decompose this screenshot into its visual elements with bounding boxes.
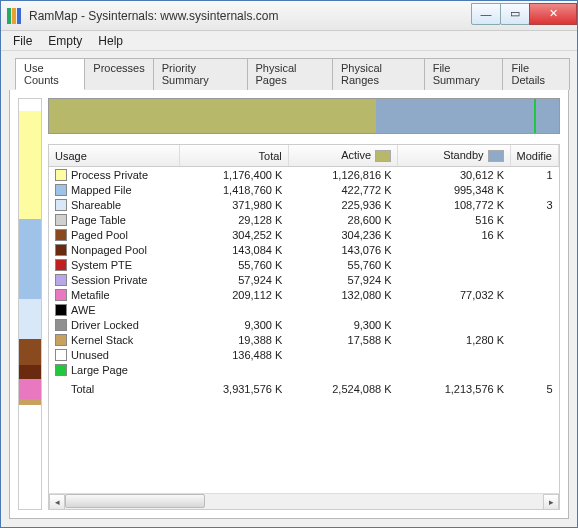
row-color-swatch bbox=[55, 364, 67, 376]
total-total: 3,931,576 K bbox=[179, 377, 288, 397]
usage-color-strip bbox=[18, 98, 42, 510]
bar-segment-other bbox=[536, 99, 559, 133]
cell-modified bbox=[510, 317, 558, 332]
cell-modified bbox=[510, 287, 558, 302]
cell-modified bbox=[510, 332, 558, 347]
standby-swatch-icon bbox=[488, 150, 504, 162]
strip-segment bbox=[19, 111, 41, 219]
cell-total: 209,112 K bbox=[179, 287, 288, 302]
tab-physical-pages[interactable]: Physical Pages bbox=[247, 58, 334, 90]
cell-total: 1,418,760 K bbox=[179, 182, 288, 197]
row-color-swatch bbox=[55, 349, 67, 361]
col-modified[interactable]: Modifie bbox=[510, 145, 558, 167]
table-row[interactable]: Paged Pool304,252 K304,236 K16 K bbox=[49, 227, 559, 242]
scroll-track[interactable] bbox=[65, 494, 543, 510]
cell-standby bbox=[398, 362, 510, 377]
scroll-thumb[interactable] bbox=[65, 494, 205, 508]
table-row[interactable]: Process Private1,176,400 K1,126,816 K30,… bbox=[49, 167, 559, 183]
table-row[interactable]: AWE bbox=[49, 302, 559, 317]
scroll-right-button[interactable]: ▸ bbox=[543, 494, 559, 510]
strip-segment bbox=[19, 339, 41, 365]
table-row[interactable]: Kernel Stack19,388 K17,588 K1,280 K bbox=[49, 332, 559, 347]
row-name: Paged Pool bbox=[71, 229, 128, 241]
row-color-swatch bbox=[55, 184, 67, 196]
tab-pane: Usage Total Active Standby Modifie Proce… bbox=[9, 90, 569, 519]
tab-file-details[interactable]: File Details bbox=[502, 58, 570, 90]
row-color-swatch bbox=[55, 244, 67, 256]
tab-priority-summary[interactable]: Priority Summary bbox=[153, 58, 248, 90]
scroll-left-button[interactable]: ◂ bbox=[49, 494, 65, 510]
menubar: File Empty Help bbox=[1, 31, 577, 51]
cell-active: 9,300 K bbox=[288, 317, 397, 332]
table-row[interactable]: Nonpaged Pool143,084 K143,076 K bbox=[49, 242, 559, 257]
cell-modified: 1 bbox=[510, 167, 558, 183]
table-row[interactable]: Session Private57,924 K57,924 K bbox=[49, 272, 559, 287]
cell-active: 55,760 K bbox=[288, 257, 397, 272]
menu-help[interactable]: Help bbox=[90, 32, 131, 50]
table-row[interactable]: System PTE55,760 K55,760 K bbox=[49, 257, 559, 272]
table-row[interactable]: Driver Locked9,300 K9,300 K bbox=[49, 317, 559, 332]
cell-standby bbox=[398, 242, 510, 257]
row-color-swatch bbox=[55, 259, 67, 271]
maximize-button[interactable]: ▭ bbox=[500, 3, 530, 25]
cell-active: 422,772 K bbox=[288, 182, 397, 197]
cell-standby bbox=[398, 347, 510, 362]
menu-empty[interactable]: Empty bbox=[40, 32, 90, 50]
cell-active: 132,080 K bbox=[288, 287, 397, 302]
row-name: Nonpaged Pool bbox=[71, 244, 147, 256]
col-total[interactable]: Total bbox=[179, 145, 288, 167]
strip-segment bbox=[19, 379, 41, 399]
bar-segment-standby bbox=[376, 99, 533, 133]
cell-total: 1,176,400 K bbox=[179, 167, 288, 183]
horizontal-scrollbar[interactable]: ◂ ▸ bbox=[49, 493, 559, 509]
active-swatch-icon bbox=[375, 150, 391, 162]
cell-total: 55,760 K bbox=[179, 257, 288, 272]
cell-standby bbox=[398, 257, 510, 272]
cell-total: 29,128 K bbox=[179, 212, 288, 227]
cell-standby bbox=[398, 272, 510, 287]
table-row[interactable]: Unused136,488 K bbox=[49, 347, 559, 362]
tab-use-counts[interactable]: Use Counts bbox=[15, 58, 85, 90]
cell-total: 19,388 K bbox=[179, 332, 288, 347]
cell-standby: 16 K bbox=[398, 227, 510, 242]
row-color-swatch bbox=[55, 169, 67, 181]
table-row[interactable]: Metafile209,112 K132,080 K77,032 K bbox=[49, 287, 559, 302]
cell-standby: 516 K bbox=[398, 212, 510, 227]
cell-active bbox=[288, 347, 397, 362]
tab-physical-ranges[interactable]: Physical Ranges bbox=[332, 58, 425, 90]
menu-file[interactable]: File bbox=[5, 32, 40, 50]
row-color-swatch bbox=[55, 214, 67, 226]
cell-total: 57,924 K bbox=[179, 272, 288, 287]
close-button[interactable]: ✕ bbox=[529, 3, 577, 25]
row-color-swatch bbox=[55, 199, 67, 211]
col-usage[interactable]: Usage bbox=[49, 145, 179, 167]
tab-file-summary[interactable]: File Summary bbox=[424, 58, 504, 90]
row-color-swatch bbox=[55, 289, 67, 301]
row-color-swatch bbox=[55, 304, 67, 316]
cell-active bbox=[288, 302, 397, 317]
table-row[interactable]: Shareable371,980 K225,936 K108,772 K3 bbox=[49, 197, 559, 212]
usage-table-wrap: Usage Total Active Standby Modifie Proce… bbox=[48, 144, 560, 510]
bar-segment-active bbox=[49, 99, 376, 133]
usage-stacked-bar bbox=[48, 98, 560, 134]
table-row[interactable]: Page Table29,128 K28,600 K516 K bbox=[49, 212, 559, 227]
table-row[interactable]: Large Page bbox=[49, 362, 559, 377]
cell-standby: 108,772 K bbox=[398, 197, 510, 212]
cell-total bbox=[179, 362, 288, 377]
cell-modified bbox=[510, 347, 558, 362]
cell-active: 1,126,816 K bbox=[288, 167, 397, 183]
app-icon bbox=[7, 8, 23, 24]
titlebar[interactable]: RamMap - Sysinternals: www.sysinternals.… bbox=[1, 1, 577, 31]
col-standby[interactable]: Standby bbox=[398, 145, 510, 167]
row-name: AWE bbox=[71, 304, 96, 316]
cell-standby: 77,032 K bbox=[398, 287, 510, 302]
col-active[interactable]: Active bbox=[288, 145, 397, 167]
row-name: Kernel Stack bbox=[71, 334, 133, 346]
cell-standby bbox=[398, 302, 510, 317]
minimize-button[interactable]: — bbox=[471, 3, 501, 25]
tab-processes[interactable]: Processes bbox=[84, 58, 153, 90]
table-row[interactable]: Mapped File1,418,760 K422,772 K995,348 K bbox=[49, 182, 559, 197]
cell-total: 136,488 K bbox=[179, 347, 288, 362]
row-name: System PTE bbox=[71, 259, 132, 271]
total-standby: 1,213,576 K bbox=[398, 377, 510, 397]
